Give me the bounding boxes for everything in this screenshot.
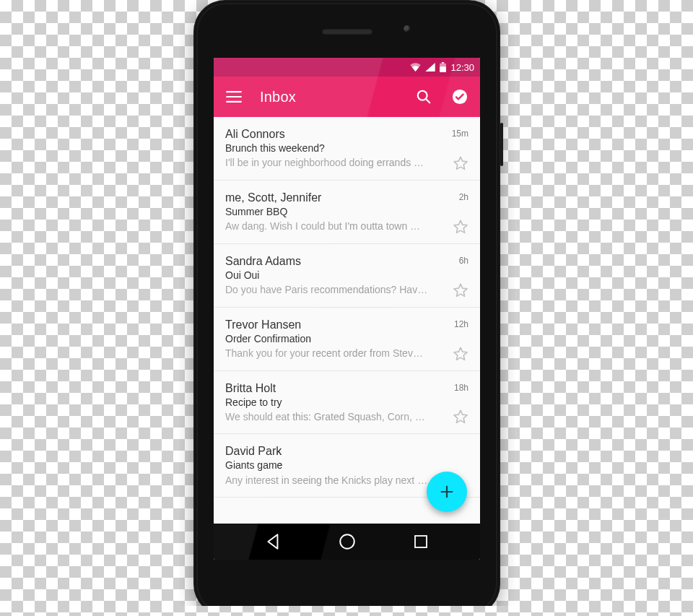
star-outline-icon [453, 409, 468, 425]
email-time [453, 444, 468, 446]
star-button[interactable] [453, 409, 468, 425]
power-button [500, 123, 503, 166]
wifi-icon [410, 63, 421, 71]
email-subject: Summer BBQ [225, 205, 468, 219]
nav-home-button[interactable] [338, 532, 357, 551]
status-time: 12:30 [450, 62, 474, 73]
status-bar: 12:30 [214, 58, 480, 77]
svg-point-11 [341, 534, 355, 549]
email-sender: Ali Connors [225, 127, 445, 142]
plus-icon [439, 484, 455, 500]
star-outline-icon [453, 346, 468, 362]
star-button[interactable] [453, 346, 468, 362]
email-preview: Thank you for your recent order from Ste… [225, 347, 445, 360]
app-bar: Inbox [214, 77, 480, 117]
star-button[interactable] [453, 155, 468, 171]
email-preview: Aw dang. Wish I could but I'm outta town… [225, 220, 445, 233]
email-sender: Sandra Adams [225, 254, 445, 269]
app-title: Inbox [260, 89, 398, 105]
menu-button[interactable] [224, 87, 244, 107]
check-circle-icon [452, 89, 468, 105]
email-time: 2h [453, 191, 468, 202]
search-button[interactable] [414, 87, 434, 107]
system-nav-bar [214, 524, 480, 560]
speaker-slit [322, 29, 372, 35]
star-outline-icon [453, 282, 468, 298]
email-sender: me, Scott, Jennifer [225, 191, 445, 205]
email-subject: Recipe to try [225, 396, 468, 409]
email-sender: David Park [225, 444, 445, 459]
cellular-icon [425, 63, 435, 71]
back-icon [264, 532, 283, 551]
email-preview: Do you have Paris recommendations? Hav… [225, 283, 445, 297]
email-sender: Trevor Hansen [225, 318, 445, 332]
email-row[interactable]: Sandra Adams 6h Oui Oui Do you have Pari… [214, 244, 480, 308]
star-button[interactable] [453, 282, 468, 298]
nav-recents-button[interactable] [412, 533, 430, 550]
email-list[interactable]: Ali Connors 15m Brunch this weekend? I'l… [214, 117, 480, 524]
email-time: 15m [452, 127, 468, 139]
email-sender: Britta Holt [225, 381, 445, 396]
phone-frame: 12:30 Inbox [193, 0, 500, 616]
select-mode-button[interactable] [450, 87, 470, 107]
search-icon [416, 89, 432, 105]
email-preview: We should eat this: Grated Squash, Corn,… [225, 410, 445, 424]
email-subject: Giants game [225, 459, 468, 472]
star-button[interactable] [453, 219, 468, 235]
nav-back-button[interactable] [264, 532, 283, 551]
compose-fab[interactable] [427, 472, 467, 512]
svg-rect-2 [442, 62, 445, 64]
home-icon [338, 532, 357, 551]
email-subject: Brunch this weekend? [225, 142, 468, 155]
email-row[interactable]: Ali Connors 15m Brunch this weekend? I'l… [214, 117, 480, 181]
hamburger-icon [226, 91, 242, 103]
email-row[interactable]: Britta Holt 18h Recipe to try We should … [214, 371, 480, 435]
front-camera [404, 25, 411, 32]
svg-rect-1 [440, 66, 447, 72]
email-time: 18h [453, 381, 468, 393]
email-row[interactable]: me, Scott, Jennifer 2h Summer BBQ Aw dan… [214, 181, 480, 244]
recents-icon [412, 533, 430, 550]
email-preview: Any interest in seeing the Knicks play n… [225, 474, 445, 487]
svg-rect-12 [415, 536, 427, 547]
svg-line-7 [426, 99, 430, 103]
email-time: 6h [453, 254, 468, 266]
email-subject: Order Confirmation [225, 332, 468, 346]
star-outline-icon [453, 155, 468, 171]
screen: 12:30 Inbox [214, 58, 480, 560]
email-subject: Oui Oui [225, 269, 468, 282]
battery-icon [440, 62, 446, 72]
email-time: 12h [453, 318, 468, 329]
email-row[interactable]: Trevor Hansen 12h Order Confirmation Tha… [214, 308, 480, 371]
email-preview: I'll be in your neighborhood doing erran… [225, 156, 445, 170]
star-outline-icon [453, 219, 468, 235]
